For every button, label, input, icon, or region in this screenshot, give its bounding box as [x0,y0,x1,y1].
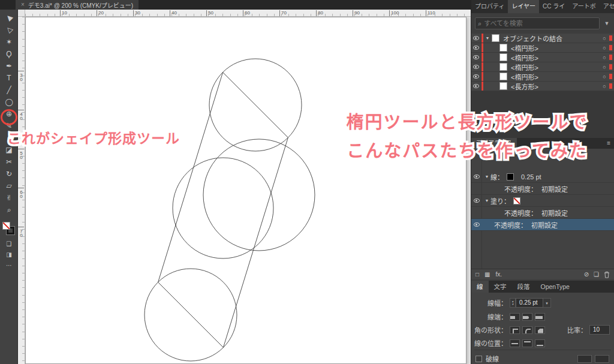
rectangle-path-edge[interactable] [158,282,224,348]
opacity-value[interactable]: 初期設定 [541,208,568,218]
type-tool[interactable]: T [0,72,18,84]
tab-stroke[interactable]: 線 [471,281,489,293]
layer-thumbnail[interactable] [499,53,507,61]
rectangle-path-edge[interactable] [223,73,288,138]
align-inside-icon[interactable] [522,339,532,347]
rotate-tool[interactable]: ↻ [0,168,18,180]
dash-align-icon-1[interactable] [577,355,592,363]
opacity-value[interactable]: 初期設定 [531,220,558,230]
pen-tool[interactable]: ✒ [0,60,18,72]
filter-icon[interactable]: ▼ [602,17,612,29]
ellipse-path[interactable] [203,139,315,251]
tab-character[interactable]: 文字 [489,281,512,293]
layer-row-ellipse[interactable]: <楕円形> ○ [471,62,614,72]
target-icon[interactable]: ○ [600,55,609,61]
target-icon[interactable]: ○ [600,45,609,51]
layer-label[interactable]: オブジェクトの結合 [503,34,600,43]
search-input[interactable] [484,20,597,27]
line-segment-tool[interactable]: ╱ [0,84,18,96]
visibility-toggle[interactable] [471,43,481,52]
cap-round-icon[interactable] [522,313,532,321]
canvas-area[interactable]: 102030405060708090100110 3040506070 [18,10,471,364]
appearance-row-opacity[interactable]: 不透明度： 初期設定 [471,183,614,195]
dashed-line-checkbox[interactable] [475,356,482,362]
step-down-icon[interactable]: ▾ [512,303,514,306]
target-icon[interactable]: ○ [600,83,609,89]
fx-icon[interactable]: fx. [496,271,502,278]
clear-appearance-icon[interactable]: ⊘ [584,271,589,278]
new-effect-icon[interactable]: ▦ [484,271,490,278]
align-center-icon[interactable] [510,339,520,347]
rectangle-path-edge[interactable] [223,137,288,347]
layer-row-ellipse[interactable]: <楕円形> ○ [471,53,614,62]
lasso-tool[interactable]: Ϙ [0,48,18,60]
layer-thumbnail[interactable] [499,82,507,90]
new-stroke-icon[interactable]: □ [475,271,479,278]
fill-swatch[interactable] [2,222,10,230]
rectangle-path-edge[interactable] [158,73,223,282]
draw-normal-icon[interactable]: ❑ [0,239,18,249]
layer-label[interactable]: <楕円形> [511,72,600,82]
layer-label[interactable]: <長方形> [511,82,600,91]
delete-icon[interactable] [604,271,610,278]
tab-assets[interactable]: アセット [600,0,614,13]
stroke-weight-value[interactable]: 0.25 pt [521,173,541,181]
document-tab[interactable]: × デモ3.ai* @ 200 % (CMYK/プレビュー) [16,0,139,10]
target-icon[interactable]: ○ [600,64,609,70]
expand-caret-icon[interactable]: ▼ [483,175,490,179]
layer-label[interactable]: <楕円形> [511,62,600,72]
visibility-toggle[interactable] [471,34,481,43]
tab-paragraph[interactable]: 段落 [512,281,535,293]
ellipse-tool[interactable]: ◯ [0,96,18,108]
close-tab-icon[interactable]: × [21,0,25,10]
layer-label[interactable]: <楕円形> [511,53,600,62]
duplicate-item-icon[interactable]: ❏ [594,271,599,278]
opacity-value[interactable]: 初期設定 [541,184,568,194]
align-outside-icon[interactable] [535,339,545,347]
layer-thumbnail[interactable] [499,44,507,52]
cap-butt-icon[interactable] [510,313,520,321]
stroke-weight-stepper[interactable]: ▴ ▾ [510,298,516,308]
layer-row-group[interactable]: ▼ オブジェクトの結合 ○ [471,34,614,43]
tab-artboards[interactable]: アートボ [568,0,599,13]
layer-thumbnail[interactable] [492,34,499,42]
hand-tool[interactable]: ✌ [0,192,18,204]
tab-opentype[interactable]: OpenType [535,281,575,293]
free-transform-tool[interactable]: ▱ [0,180,18,192]
more-tools-button[interactable]: ⋯ [0,260,18,271]
fill-color-swatch[interactable] [513,197,520,204]
layer-thumbnail[interactable] [499,63,507,71]
draw-mode-icon[interactable]: ◨ [0,249,18,260]
zoom-tool[interactable]: ⌕ [0,204,18,216]
dash-align-icon-2[interactable] [595,355,609,363]
visibility-toggle[interactable] [471,82,481,91]
appearance-row-stroke[interactable]: ▼ 線： 0.25 pt [471,171,614,183]
corner-round-icon[interactable] [522,326,532,334]
appearance-row-fill[interactable]: ▼ 塗り： [471,195,614,207]
corner-bevel-icon[interactable] [535,326,545,334]
layers-search-box[interactable]: ⌕ [475,17,600,29]
tab-layers[interactable]: レイヤー [508,0,539,13]
target-icon[interactable]: ○ [600,74,609,80]
visibility-toggle[interactable] [471,72,481,81]
layer-thumbnail[interactable] [499,73,507,80]
ellipse-path[interactable] [173,158,273,258]
expand-caret-icon[interactable]: ▼ [483,36,492,40]
stroke-weight-dropdown-icon[interactable]: ▾ [543,298,551,308]
layer-label[interactable]: <楕円形> [511,43,600,53]
cap-projecting-icon[interactable] [535,313,545,321]
corner-miter-icon[interactable] [510,326,520,334]
visibility-toggle[interactable] [471,198,481,203]
stroke-weight-field[interactable]: 0.25 pt [516,298,543,308]
visibility-toggle[interactable] [471,175,481,179]
visibility-toggle[interactable] [471,62,481,71]
tab-properties[interactable]: プロパティ [471,0,508,13]
visibility-toggle[interactable] [471,222,481,227]
scissors-tool[interactable]: ✂ [0,156,18,168]
expand-caret-icon[interactable]: ▼ [483,198,490,203]
visibility-toggle[interactable] [471,53,481,62]
appearance-row-opacity[interactable]: 不透明度： 初期設定 [471,207,614,219]
layer-row-ellipse[interactable]: <楕円形> ○ [471,43,614,53]
stroke-color-swatch[interactable] [507,173,514,181]
tab-cc-libraries[interactable]: CC ライ [539,0,568,13]
